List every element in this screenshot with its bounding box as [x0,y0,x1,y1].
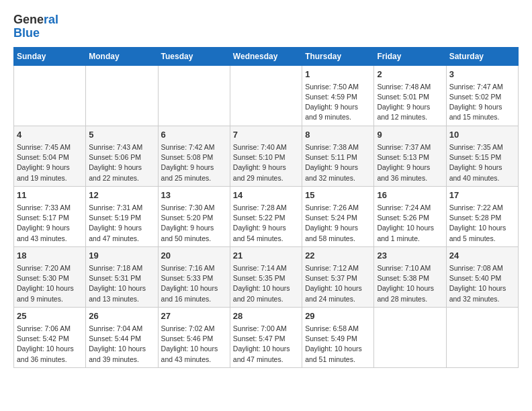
day-info: Sunrise: 7:37 AM Sunset: 5:13 PM Dayligh… [377,142,443,183]
day-number: 7 [233,129,299,141]
header-saturday: Saturday [446,47,518,65]
day-info: Sunrise: 7:42 AM Sunset: 5:08 PM Dayligh… [161,142,227,183]
day-number: 14 [233,189,299,201]
day-number: 1 [305,68,371,81]
day-info: Sunrise: 7:47 AM Sunset: 5:02 PM Dayligh… [449,82,515,123]
day-info: Sunrise: 7:26 AM Sunset: 5:24 PM Dayligh… [305,203,371,244]
day-info: Sunrise: 7:10 AM Sunset: 5:38 PM Dayligh… [377,263,443,304]
day-info: Sunrise: 7:30 AM Sunset: 5:20 PM Dayligh… [161,203,227,244]
day-info: Sunrise: 7:33 AM Sunset: 5:17 PM Dayligh… [17,203,83,244]
calendar-cell: 7Sunrise: 7:40 AM Sunset: 5:10 PM Daylig… [230,126,302,186]
day-number: 10 [449,129,515,141]
calendar-table: SundayMondayTuesdayWednesdayThursdayFrid… [13,47,519,368]
day-info: Sunrise: 7:14 AM Sunset: 5:35 PM Dayligh… [233,263,299,304]
calendar-cell [86,65,158,126]
day-info: Sunrise: 7:08 AM Sunset: 5:40 PM Dayligh… [449,263,515,304]
calendar-cell [374,307,446,367]
calendar-cell: 9Sunrise: 7:37 AM Sunset: 5:13 PM Daylig… [374,126,446,186]
day-number: 21 [233,250,299,262]
calendar-cell: 12Sunrise: 7:31 AM Sunset: 5:19 PM Dayli… [86,186,158,246]
day-number: 23 [377,250,443,262]
header-friday: Friday [374,47,446,65]
day-number: 22 [305,250,371,262]
calendar-row-2: 11Sunrise: 7:33 AM Sunset: 5:17 PM Dayli… [14,186,519,246]
day-info: Sunrise: 7:40 AM Sunset: 5:10 PM Dayligh… [233,142,299,183]
day-info: Sunrise: 7:04 AM Sunset: 5:44 PM Dayligh… [89,324,154,365]
logo: Gene ral Blue General Blue [13,13,58,40]
day-info: Sunrise: 7:31 AM Sunset: 5:19 PM Dayligh… [89,203,154,244]
calendar-cell: 4Sunrise: 7:45 AM Sunset: 5:04 PM Daylig… [14,126,86,186]
day-number: 28 [233,310,299,322]
calendar-cell: 3Sunrise: 7:47 AM Sunset: 5:02 PM Daylig… [446,65,518,126]
header-thursday: Thursday [302,47,374,65]
calendar-cell [230,65,302,126]
calendar-cell: 16Sunrise: 7:24 AM Sunset: 5:26 PM Dayli… [374,186,446,246]
day-info: Sunrise: 7:45 AM Sunset: 5:04 PM Dayligh… [17,142,83,183]
calendar-cell: 27Sunrise: 7:02 AM Sunset: 5:46 PM Dayli… [158,307,230,367]
calendar-cell: 1Sunrise: 7:50 AM Sunset: 4:59 PM Daylig… [302,65,374,126]
day-info: Sunrise: 7:18 AM Sunset: 5:31 PM Dayligh… [89,263,154,304]
day-number: 12 [89,189,154,201]
day-number: 6 [161,129,227,141]
day-info: Sunrise: 7:06 AM Sunset: 5:42 PM Dayligh… [17,324,83,365]
day-number: 27 [161,310,227,322]
day-info: Sunrise: 7:43 AM Sunset: 5:06 PM Dayligh… [89,142,154,183]
day-number: 8 [305,129,371,141]
calendar-cell: 20Sunrise: 7:16 AM Sunset: 5:33 PM Dayli… [158,246,230,307]
calendar-cell: 25Sunrise: 7:06 AM Sunset: 5:42 PM Dayli… [14,307,86,367]
calendar-cell: 18Sunrise: 7:20 AM Sunset: 5:30 PM Dayli… [14,246,86,307]
calendar-row-1: 4Sunrise: 7:45 AM Sunset: 5:04 PM Daylig… [14,126,519,186]
calendar-cell [446,307,518,367]
calendar-cell: 13Sunrise: 7:30 AM Sunset: 5:20 PM Dayli… [158,186,230,246]
calendar-row-3: 18Sunrise: 7:20 AM Sunset: 5:30 PM Dayli… [14,246,519,307]
header-tuesday: Tuesday [158,47,230,65]
page-header: Gene ral Blue General Blue [13,13,519,40]
calendar-cell: 21Sunrise: 7:14 AM Sunset: 5:35 PM Dayli… [230,246,302,307]
logo-text: General Blue [13,13,58,40]
day-info: Sunrise: 7:16 AM Sunset: 5:33 PM Dayligh… [161,263,227,304]
calendar-cell: 5Sunrise: 7:43 AM Sunset: 5:06 PM Daylig… [86,126,158,186]
day-number: 11 [17,189,83,201]
calendar-cell [14,65,86,126]
calendar-row-0: 1Sunrise: 7:50 AM Sunset: 4:59 PM Daylig… [14,65,519,126]
day-info: Sunrise: 7:02 AM Sunset: 5:46 PM Dayligh… [161,324,227,365]
calendar-row-4: 25Sunrise: 7:06 AM Sunset: 5:42 PM Dayli… [14,307,519,367]
day-number: 2 [377,68,443,81]
calendar-header-row: SundayMondayTuesdayWednesdayThursdayFrid… [14,47,519,65]
calendar-cell [158,65,230,126]
day-number: 17 [449,189,515,201]
calendar-cell: 26Sunrise: 7:04 AM Sunset: 5:44 PM Dayli… [86,307,158,367]
calendar-cell: 23Sunrise: 7:10 AM Sunset: 5:38 PM Dayli… [374,246,446,307]
calendar-cell: 19Sunrise: 7:18 AM Sunset: 5:31 PM Dayli… [86,246,158,307]
day-info: Sunrise: 7:00 AM Sunset: 5:47 PM Dayligh… [233,324,299,365]
day-info: Sunrise: 7:12 AM Sunset: 5:37 PM Dayligh… [305,263,371,304]
day-number: 20 [161,250,227,262]
header-wednesday: Wednesday [230,47,302,65]
calendar-cell: 6Sunrise: 7:42 AM Sunset: 5:08 PM Daylig… [158,126,230,186]
calendar-cell: 11Sunrise: 7:33 AM Sunset: 5:17 PM Dayli… [14,186,86,246]
day-number: 4 [17,129,83,141]
day-info: Sunrise: 7:20 AM Sunset: 5:30 PM Dayligh… [17,263,83,304]
day-number: 26 [89,310,154,322]
day-number: 29 [305,310,371,322]
day-number: 16 [377,189,443,201]
day-info: Sunrise: 7:28 AM Sunset: 5:22 PM Dayligh… [233,203,299,244]
day-info: Sunrise: 6:58 AM Sunset: 5:49 PM Dayligh… [305,324,371,365]
calendar-cell: 28Sunrise: 7:00 AM Sunset: 5:47 PM Dayli… [230,307,302,367]
calendar-cell: 15Sunrise: 7:26 AM Sunset: 5:24 PM Dayli… [302,186,374,246]
calendar-cell: 29Sunrise: 6:58 AM Sunset: 5:49 PM Dayli… [302,307,374,367]
calendar-cell: 22Sunrise: 7:12 AM Sunset: 5:37 PM Dayli… [302,246,374,307]
day-info: Sunrise: 7:38 AM Sunset: 5:11 PM Dayligh… [305,142,371,183]
header-monday: Monday [86,47,158,65]
calendar-cell: 10Sunrise: 7:35 AM Sunset: 5:15 PM Dayli… [446,126,518,186]
day-number: 24 [449,250,515,262]
day-number: 15 [305,189,371,201]
calendar-cell: 24Sunrise: 7:08 AM Sunset: 5:40 PM Dayli… [446,246,518,307]
day-info: Sunrise: 7:22 AM Sunset: 5:28 PM Dayligh… [449,203,515,244]
day-number: 3 [449,68,515,81]
day-number: 25 [17,310,83,322]
header-sunday: Sunday [14,47,86,65]
day-number: 19 [89,250,154,262]
calendar-cell: 8Sunrise: 7:38 AM Sunset: 5:11 PM Daylig… [302,126,374,186]
day-info: Sunrise: 7:35 AM Sunset: 5:15 PM Dayligh… [449,142,515,183]
